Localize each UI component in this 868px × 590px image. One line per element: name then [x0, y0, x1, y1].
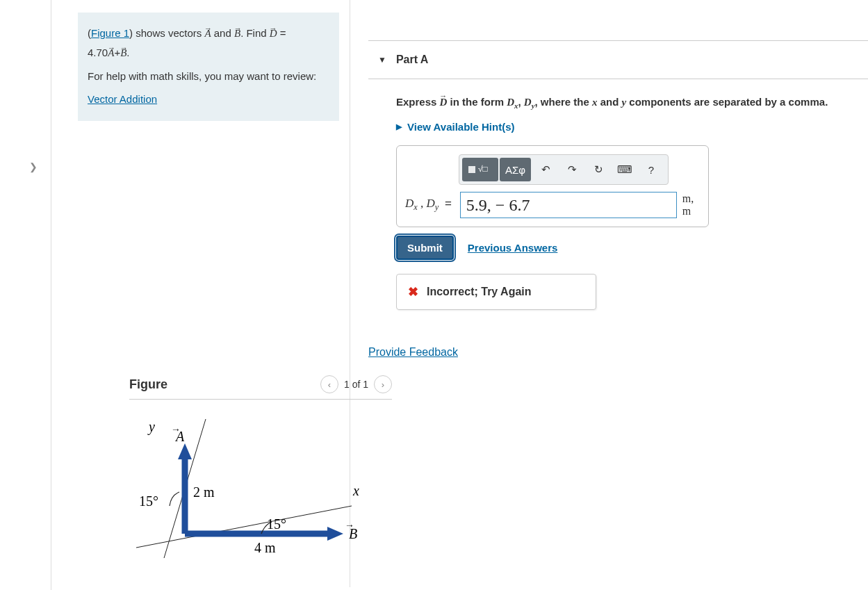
svg-marker-3 — [178, 443, 192, 459]
vector-d: D — [270, 28, 277, 39]
vector-d: D — [440, 97, 448, 108]
text: and — [598, 96, 622, 108]
figure-section: Figure ‹ 1 of 1 › y x A → 2 m — [129, 375, 392, 581]
feedback-text: Incorrect; Try Again — [427, 286, 532, 298]
x-axis-label: x — [352, 483, 359, 498]
text: , — [418, 197, 427, 210]
left-rail: ❯ — [0, 0, 51, 590]
len-a-label: 2 m — [193, 484, 215, 500]
text: D — [405, 197, 413, 210]
action-row: Submit Previous Answers — [396, 236, 868, 260]
dy: D — [524, 97, 532, 108]
figure-image: y x A → 2 m 15° B → 4 m 15° — [129, 412, 392, 581]
x-var: x — [592, 97, 598, 108]
reset-button[interactable]: ↻ — [585, 158, 612, 181]
caret-right-icon: ▶ — [396, 122, 402, 131]
feedback-box: ✖ Incorrect; Try Again — [396, 274, 596, 310]
keyboard-button[interactable]: ⌨ — [612, 158, 638, 181]
figure-next-button[interactable]: › — [374, 375, 392, 393]
figure-title: Figure — [129, 377, 167, 392]
text: = — [277, 27, 286, 39]
svg-text:√□: √□ — [478, 164, 488, 174]
hints-label: View Available Hint(s) — [407, 121, 515, 133]
problem-statement: (Figure 1) shows vectors A and B. Find D… — [78, 13, 339, 121]
answer-row: Dx , Dy = m, m — [405, 192, 700, 218]
vector-a: A — [204, 28, 211, 39]
view-hints-toggle[interactable]: ▶ View Available Hint(s) — [396, 121, 868, 133]
vector-b: B — [234, 28, 240, 39]
left-column: (Figure 1) shows vectors A and B. Find D… — [51, 0, 350, 587]
svg-text:→: → — [345, 520, 354, 531]
caret-down-icon: ▼ — [378, 55, 386, 65]
text: D — [426, 197, 434, 210]
svg-line-1 — [136, 506, 352, 548]
answer-lhs: Dx , Dy = — [405, 197, 455, 213]
text: , — [518, 96, 523, 108]
figure-nav: ‹ 1 of 1 › — [320, 375, 392, 393]
svg-text:→: → — [171, 424, 181, 435]
right-column: ▼ Part A Express D in the form Dx, Dy, w… — [368, 0, 868, 359]
text: in the form — [447, 96, 507, 108]
svg-rect-8 — [468, 166, 475, 173]
provide-feedback-link[interactable]: Provide Feedback — [368, 346, 458, 359]
y-axis-label: y — [147, 419, 155, 435]
answer-card: √□ ΑΣφ ↶ ↷ ↻ ⌨ ? Dx , Dy = m, m — [396, 145, 709, 227]
incorrect-icon: ✖ — [408, 284, 418, 300]
figure-counter: 1 of 1 — [344, 379, 368, 390]
len-b-label: 4 m — [254, 540, 276, 555]
redo-button[interactable]: ↷ — [559, 158, 585, 181]
instruction: Express D in the form Dx, Dy, where the … — [396, 95, 868, 111]
text: . Find — [240, 27, 270, 39]
expand-chevron-icon[interactable]: ❯ — [29, 161, 38, 172]
part-a-header[interactable]: ▼ Part A — [368, 40, 868, 79]
text: = — [441, 197, 452, 210]
equation-toolbar: √□ ΑΣφ ↶ ↷ ↻ ⌨ ? — [459, 154, 669, 185]
text: Express — [396, 96, 440, 108]
angle-b-label: 15° — [267, 516, 286, 532]
previous-answers-link[interactable]: Previous Answers — [468, 242, 558, 254]
vector-addition-link[interactable]: Vector Addition — [88, 93, 157, 105]
text: and — [211, 27, 234, 39]
undo-button[interactable]: ↶ — [532, 158, 559, 181]
angle-a-label: 15° — [139, 493, 158, 509]
help-button[interactable]: ? — [638, 158, 664, 181]
figure-header: Figure ‹ 1 of 1 › — [129, 375, 392, 400]
vector-a-2: A — [108, 47, 114, 58]
help-line: For help with math skills, you may want … — [88, 67, 329, 85]
text: y — [435, 203, 439, 213]
greek-button[interactable]: ΑΣφ — [500, 158, 531, 181]
dx: D — [507, 97, 514, 108]
text: 4.70 — [88, 47, 108, 58]
text: components are separated by a comma. — [626, 96, 828, 108]
part-a-title: Part A — [396, 54, 429, 66]
answer-input[interactable] — [460, 192, 677, 218]
problem-line-1: (Figure 1) shows vectors A and B. Find D… — [88, 24, 329, 63]
text: , where the — [534, 96, 592, 108]
vector-b-2: B — [120, 47, 126, 58]
svg-marker-6 — [327, 527, 343, 541]
figure-prev-button[interactable]: ‹ — [320, 375, 338, 393]
submit-button[interactable]: Submit — [396, 236, 454, 260]
answer-units: m, m — [682, 192, 700, 218]
templates-button[interactable]: √□ — [462, 158, 498, 181]
part-a-body: Express D in the form Dx, Dy, where the … — [368, 79, 868, 359]
text: ) shows vectors — [129, 27, 204, 39]
figure-link[interactable]: Figure 1 — [91, 27, 129, 39]
